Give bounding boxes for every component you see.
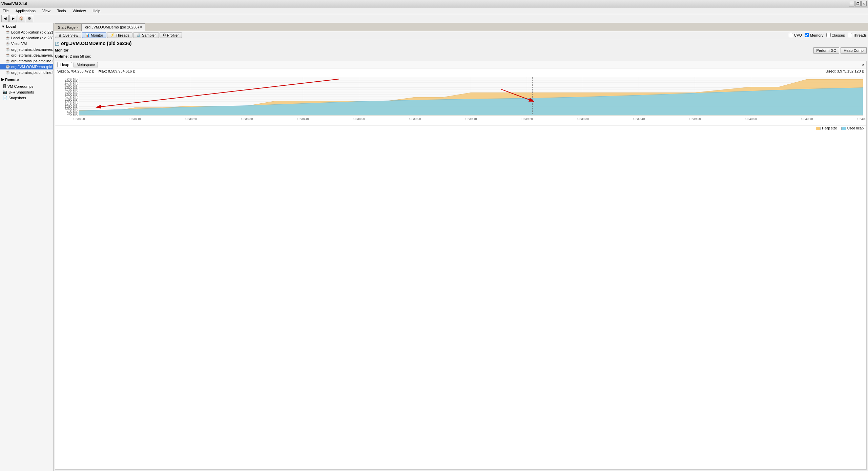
heap-dump-button[interactable]: Heap Dump (841, 47, 867, 54)
sub-tab-sampler[interactable]: 🔬 Sampler (133, 32, 159, 38)
svg-text:16:40:20: 16:40:20 (857, 117, 866, 121)
memory-checkbox-label[interactable]: Memory (805, 33, 824, 37)
local-expand-icon: ▼ (1, 24, 5, 28)
sidebar-item-jps1[interactable]: ☕ org.jetbrains.jps.cmdline.La... (0, 58, 53, 64)
app-name: org.JVM.OOMDemo (pid 26236) (61, 41, 132, 46)
perform-gc-button[interactable]: Perform GC (813, 47, 840, 54)
svg-text:16:39:40: 16:39:40 (633, 117, 645, 121)
menu-view[interactable]: View (41, 8, 52, 14)
svg-text:16:39:20: 16:39:20 (521, 117, 533, 121)
action-buttons: Perform GC Heap Dump (813, 47, 867, 54)
cpu-checkbox-label[interactable]: CPU (789, 33, 802, 37)
sub-tab-monitor[interactable]: 📊 Monitor (82, 32, 106, 38)
chart-panel-close-button[interactable]: × (862, 63, 864, 67)
sidebar-section-extras: 🗄 VM Coredumps 📷 JFR Snapshots 📄 Snapsho… (0, 83, 53, 101)
threads-checkbox[interactable] (848, 33, 852, 37)
monitor-content: 🔄 org.JVM.OOMDemo (pid 26236) Monitor Pe… (54, 39, 868, 471)
start-page-close[interactable]: × (77, 26, 79, 29)
chart-area: 5,250 MB5,000 MB4,750 MB4,500 MB4,250 MB… (55, 74, 866, 125)
svg-text:16:38:40: 16:38:40 (297, 117, 309, 121)
tab-start-page[interactable]: Start Page × (55, 23, 82, 31)
close-button[interactable]: ✕ (861, 1, 867, 6)
oomdemo-icon: ☕ (5, 64, 10, 69)
sub-tab-threads[interactable]: ⚡ Threads (107, 32, 132, 38)
heap-chart-svg: 5,250 MB5,000 MB4,750 MB4,500 MB4,250 MB… (55, 74, 866, 125)
menu-window[interactable]: Window (71, 8, 87, 14)
toolbar: ◀ ▶ 🏠 ⚙ (0, 14, 868, 23)
classes-checkbox-label[interactable]: Classes (826, 33, 845, 37)
sidebar-item-snapshots[interactable]: 📄 Snapshots (0, 95, 53, 101)
app-title: VisualVM 2.1.6 (1, 2, 27, 6)
sidebar-item-visualvm[interactable]: ☕ VisualVM (0, 41, 53, 46)
monitor-checkboxes: CPU Memory Classes Threads (789, 33, 867, 37)
coredumps-icon: 🗄 (3, 84, 6, 88)
jps1-icon: ☕ (5, 59, 10, 63)
memory-checkbox[interactable] (805, 33, 809, 37)
content-area: Start Page × org.JVM.OOMDemo (pid 26236)… (54, 23, 868, 471)
minimize-button[interactable]: — (849, 1, 854, 6)
threads-checkbox-label[interactable]: Threads (848, 33, 867, 37)
menu-tools[interactable]: Tools (56, 8, 67, 14)
profiler-label: Profiler (167, 33, 179, 37)
app-title-row: 🔄 org.JVM.OOMDemo (pid 26236) (55, 41, 867, 47)
sidebar-item-app1[interactable]: ☕ Local Application (pid 2211... (0, 29, 53, 35)
toolbar-btn-1[interactable]: ◀ (1, 15, 9, 22)
maven2-label: org.jetbrains.idea.maven.se... (11, 53, 53, 57)
heap-info-row: Size: 5,704,253,472 B Max: 8,589,934,616… (55, 68, 866, 74)
sidebar-item-remote[interactable]: ▶ Remote (0, 77, 53, 82)
svg-text:16:39:50: 16:39:50 (689, 117, 701, 121)
sidebar-item-local[interactable]: ▼ Local (0, 24, 53, 29)
sidebar-item-coredumps[interactable]: 🗄 VM Coredumps (0, 84, 53, 89)
sidebar-item-maven1[interactable]: ☕ org.jetbrains.idea.maven.se... (0, 46, 53, 52)
metaspace-tab-label: Metaspace (77, 63, 95, 67)
legend-heap-size-label: Heap size (822, 126, 837, 130)
sidebar-local-label: Local (6, 24, 16, 28)
app2-icon: ☕ (5, 36, 10, 40)
inner-tab-heap[interactable]: Heap (57, 62, 72, 67)
inner-tab-metaspace[interactable]: Metaspace (74, 62, 98, 67)
toolbar-btn-4[interactable]: ⚙ (26, 15, 33, 22)
menu-file[interactable]: File (1, 8, 10, 14)
restore-button[interactable]: ❐ (855, 1, 861, 6)
app-title-icon: 🔄 (55, 42, 60, 46)
threads-checkbox-text: Threads (853, 33, 867, 37)
max-label: Max: (99, 69, 108, 73)
cpu-checkbox[interactable] (789, 33, 793, 37)
uptime-row: Uptime: 2 min 58 sec (55, 54, 867, 58)
maven1-label: org.jetbrains.idea.maven.se... (11, 47, 53, 52)
menu-applications[interactable]: Applications (14, 8, 37, 14)
threads-icon: ⚡ (110, 33, 115, 37)
heap-info-left: Size: 5,704,253,472 B Max: 8,589,934,616… (57, 69, 136, 73)
used-value: 3,975,152,128 B (837, 69, 864, 73)
sampler-label: Sampler (142, 33, 156, 37)
svg-text:16:38:10: 16:38:10 (129, 117, 141, 121)
sidebar-item-jps2[interactable]: ☕ org.jetbrains.jps.cmdline.La... (0, 69, 53, 75)
sub-tab-profiler[interactable]: ⚙ Profiler (160, 32, 182, 38)
uptime-label: Uptime: (55, 54, 69, 58)
app-pid: (pid 26236) (107, 41, 131, 46)
legend-used-heap: Used heap (841, 126, 864, 130)
sidebar-item-maven2[interactable]: ☕ org.jetbrains.idea.maven.se... (0, 52, 53, 58)
sub-tab-overview[interactable]: 🖥 Overview (55, 33, 81, 38)
menu-help[interactable]: Help (91, 8, 102, 14)
sidebar-item-oomdemo[interactable]: ☕ org.JVM.OOMDemo (pid 2... (0, 64, 53, 69)
tab-oom-demo[interactable]: org.JVM.OOMDemo (pid 26236) × (82, 23, 145, 31)
oom-demo-label: org.JVM.OOMDemo (pid 26236) (85, 25, 139, 29)
svg-text:16:38:30: 16:38:30 (241, 117, 253, 121)
size-label: Size: (57, 69, 67, 73)
sidebar-item-app2[interactable]: ☕ Local Application (pid 2809... (0, 35, 53, 41)
sidebar-section-local: ▼ Local ☕ Local Application (pid 2211...… (0, 23, 53, 76)
legend-heap-size: Heap size (816, 126, 837, 130)
used-label: Used: (826, 69, 837, 73)
app2-label: Local Application (pid 2809... (11, 36, 53, 40)
monitor-label: Monitor (91, 33, 103, 37)
toolbar-btn-2[interactable]: ▶ (9, 15, 17, 22)
svg-text:16:40:10: 16:40:10 (801, 117, 813, 121)
sidebar-item-jfr[interactable]: 📷 JFR Snapshots (0, 89, 53, 95)
svg-text:16:39:30: 16:39:30 (577, 117, 589, 121)
classes-checkbox[interactable] (826, 33, 831, 37)
uptime-value: 2 min 58 sec (70, 54, 91, 58)
window-controls: — ❐ ✕ (849, 1, 867, 6)
oom-demo-close[interactable]: × (140, 25, 142, 29)
toolbar-btn-3[interactable]: 🏠 (18, 15, 25, 22)
